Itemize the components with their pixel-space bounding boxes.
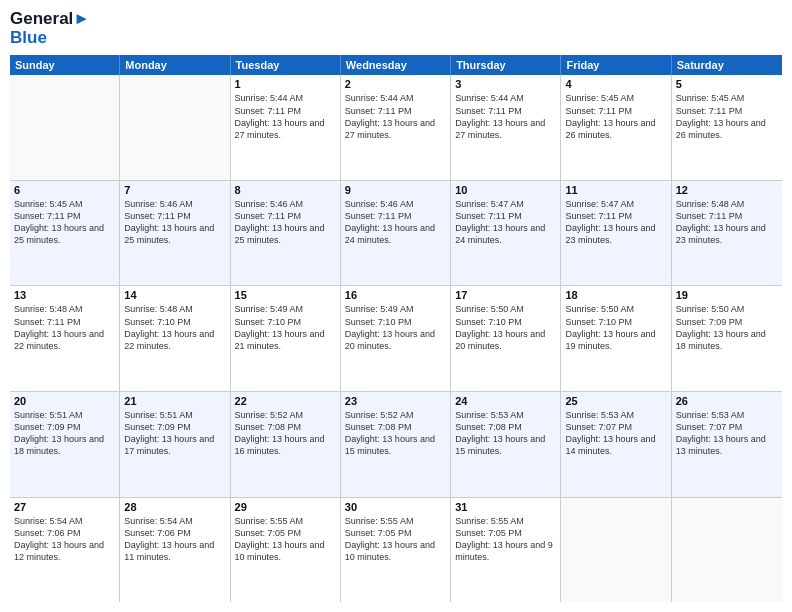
cell-details: Sunrise: 5:53 AMSunset: 7:07 PMDaylight:… <box>565 409 666 458</box>
calendar-cell-1-4: 2Sunrise: 5:44 AMSunset: 7:11 PMDaylight… <box>341 75 451 180</box>
day-number: 29 <box>235 501 336 513</box>
page: General► Blue SundayMondayTuesdayWednesd… <box>0 0 792 612</box>
cell-details: Sunrise: 5:49 AMSunset: 7:10 PMDaylight:… <box>235 303 336 352</box>
calendar-row-3: 13Sunrise: 5:48 AMSunset: 7:11 PMDayligh… <box>10 286 782 392</box>
day-number: 31 <box>455 501 556 513</box>
cell-details: Sunrise: 5:50 AMSunset: 7:10 PMDaylight:… <box>565 303 666 352</box>
logo-text: General► <box>10 10 90 29</box>
calendar-cell-4-2: 21Sunrise: 5:51 AMSunset: 7:09 PMDayligh… <box>120 392 230 497</box>
day-number: 20 <box>14 395 115 407</box>
cell-details: Sunrise: 5:46 AMSunset: 7:11 PMDaylight:… <box>124 198 225 247</box>
day-number: 16 <box>345 289 446 301</box>
cell-details: Sunrise: 5:46 AMSunset: 7:11 PMDaylight:… <box>345 198 446 247</box>
day-number: 1 <box>235 78 336 90</box>
calendar-cell-3-1: 13Sunrise: 5:48 AMSunset: 7:11 PMDayligh… <box>10 286 120 391</box>
weekday-header-thursday: Thursday <box>451 55 561 75</box>
calendar-cell-3-2: 14Sunrise: 5:48 AMSunset: 7:10 PMDayligh… <box>120 286 230 391</box>
cell-details: Sunrise: 5:55 AMSunset: 7:05 PMDaylight:… <box>345 515 446 564</box>
header: General► Blue <box>10 10 782 47</box>
calendar-cell-5-6 <box>561 498 671 603</box>
cell-details: Sunrise: 5:44 AMSunset: 7:11 PMDaylight:… <box>455 92 556 141</box>
cell-details: Sunrise: 5:45 AMSunset: 7:11 PMDaylight:… <box>676 92 778 141</box>
logo: General► Blue <box>10 10 90 47</box>
calendar-row-1: 1Sunrise: 5:44 AMSunset: 7:11 PMDaylight… <box>10 75 782 181</box>
calendar-header: SundayMondayTuesdayWednesdayThursdayFrid… <box>10 55 782 75</box>
calendar-cell-1-3: 1Sunrise: 5:44 AMSunset: 7:11 PMDaylight… <box>231 75 341 180</box>
day-number: 30 <box>345 501 446 513</box>
day-number: 8 <box>235 184 336 196</box>
cell-details: Sunrise: 5:50 AMSunset: 7:10 PMDaylight:… <box>455 303 556 352</box>
calendar-cell-2-6: 11Sunrise: 5:47 AMSunset: 7:11 PMDayligh… <box>561 181 671 286</box>
calendar-cell-2-4: 9Sunrise: 5:46 AMSunset: 7:11 PMDaylight… <box>341 181 451 286</box>
cell-details: Sunrise: 5:48 AMSunset: 7:10 PMDaylight:… <box>124 303 225 352</box>
day-number: 5 <box>676 78 778 90</box>
cell-details: Sunrise: 5:55 AMSunset: 7:05 PMDaylight:… <box>235 515 336 564</box>
calendar-cell-4-4: 23Sunrise: 5:52 AMSunset: 7:08 PMDayligh… <box>341 392 451 497</box>
day-number: 15 <box>235 289 336 301</box>
cell-details: Sunrise: 5:51 AMSunset: 7:09 PMDaylight:… <box>124 409 225 458</box>
day-number: 17 <box>455 289 556 301</box>
calendar-body: 1Sunrise: 5:44 AMSunset: 7:11 PMDaylight… <box>10 75 782 602</box>
calendar-cell-1-6: 4Sunrise: 5:45 AMSunset: 7:11 PMDaylight… <box>561 75 671 180</box>
logo-blue: Blue <box>10 29 90 48</box>
calendar-cell-2-3: 8Sunrise: 5:46 AMSunset: 7:11 PMDaylight… <box>231 181 341 286</box>
day-number: 7 <box>124 184 225 196</box>
cell-details: Sunrise: 5:46 AMSunset: 7:11 PMDaylight:… <box>235 198 336 247</box>
cell-details: Sunrise: 5:47 AMSunset: 7:11 PMDaylight:… <box>565 198 666 247</box>
weekday-header-monday: Monday <box>120 55 230 75</box>
calendar-cell-2-1: 6Sunrise: 5:45 AMSunset: 7:11 PMDaylight… <box>10 181 120 286</box>
day-number: 4 <box>565 78 666 90</box>
calendar-cell-5-1: 27Sunrise: 5:54 AMSunset: 7:06 PMDayligh… <box>10 498 120 603</box>
day-number: 28 <box>124 501 225 513</box>
calendar-cell-5-5: 31Sunrise: 5:55 AMSunset: 7:05 PMDayligh… <box>451 498 561 603</box>
calendar-row-5: 27Sunrise: 5:54 AMSunset: 7:06 PMDayligh… <box>10 498 782 603</box>
calendar-cell-4-7: 26Sunrise: 5:53 AMSunset: 7:07 PMDayligh… <box>672 392 782 497</box>
calendar-cell-3-7: 19Sunrise: 5:50 AMSunset: 7:09 PMDayligh… <box>672 286 782 391</box>
calendar-cell-1-1 <box>10 75 120 180</box>
calendar-cell-2-5: 10Sunrise: 5:47 AMSunset: 7:11 PMDayligh… <box>451 181 561 286</box>
cell-details: Sunrise: 5:52 AMSunset: 7:08 PMDaylight:… <box>235 409 336 458</box>
calendar-cell-1-5: 3Sunrise: 5:44 AMSunset: 7:11 PMDaylight… <box>451 75 561 180</box>
cell-details: Sunrise: 5:45 AMSunset: 7:11 PMDaylight:… <box>14 198 115 247</box>
calendar-cell-1-2 <box>120 75 230 180</box>
cell-details: Sunrise: 5:55 AMSunset: 7:05 PMDaylight:… <box>455 515 556 564</box>
day-number: 24 <box>455 395 556 407</box>
calendar-cell-4-3: 22Sunrise: 5:52 AMSunset: 7:08 PMDayligh… <box>231 392 341 497</box>
calendar-cell-3-6: 18Sunrise: 5:50 AMSunset: 7:10 PMDayligh… <box>561 286 671 391</box>
calendar-cell-4-5: 24Sunrise: 5:53 AMSunset: 7:08 PMDayligh… <box>451 392 561 497</box>
calendar-cell-5-7 <box>672 498 782 603</box>
calendar-cell-2-7: 12Sunrise: 5:48 AMSunset: 7:11 PMDayligh… <box>672 181 782 286</box>
weekday-header-sunday: Sunday <box>10 55 120 75</box>
weekday-header-saturday: Saturday <box>672 55 782 75</box>
day-number: 27 <box>14 501 115 513</box>
cell-details: Sunrise: 5:44 AMSunset: 7:11 PMDaylight:… <box>345 92 446 141</box>
weekday-header-friday: Friday <box>561 55 671 75</box>
calendar-cell-1-7: 5Sunrise: 5:45 AMSunset: 7:11 PMDaylight… <box>672 75 782 180</box>
cell-details: Sunrise: 5:49 AMSunset: 7:10 PMDaylight:… <box>345 303 446 352</box>
cell-details: Sunrise: 5:45 AMSunset: 7:11 PMDaylight:… <box>565 92 666 141</box>
day-number: 19 <box>676 289 778 301</box>
day-number: 21 <box>124 395 225 407</box>
cell-details: Sunrise: 5:53 AMSunset: 7:08 PMDaylight:… <box>455 409 556 458</box>
weekday-header-wednesday: Wednesday <box>341 55 451 75</box>
day-number: 26 <box>676 395 778 407</box>
calendar-row-2: 6Sunrise: 5:45 AMSunset: 7:11 PMDaylight… <box>10 181 782 287</box>
day-number: 25 <box>565 395 666 407</box>
day-number: 10 <box>455 184 556 196</box>
calendar-cell-3-5: 17Sunrise: 5:50 AMSunset: 7:10 PMDayligh… <box>451 286 561 391</box>
day-number: 14 <box>124 289 225 301</box>
day-number: 2 <box>345 78 446 90</box>
calendar-cell-3-3: 15Sunrise: 5:49 AMSunset: 7:10 PMDayligh… <box>231 286 341 391</box>
cell-details: Sunrise: 5:48 AMSunset: 7:11 PMDaylight:… <box>14 303 115 352</box>
calendar-cell-4-6: 25Sunrise: 5:53 AMSunset: 7:07 PMDayligh… <box>561 392 671 497</box>
cell-details: Sunrise: 5:54 AMSunset: 7:06 PMDaylight:… <box>124 515 225 564</box>
day-number: 13 <box>14 289 115 301</box>
weekday-header-tuesday: Tuesday <box>231 55 341 75</box>
day-number: 3 <box>455 78 556 90</box>
cell-details: Sunrise: 5:53 AMSunset: 7:07 PMDaylight:… <box>676 409 778 458</box>
cell-details: Sunrise: 5:52 AMSunset: 7:08 PMDaylight:… <box>345 409 446 458</box>
calendar-cell-2-2: 7Sunrise: 5:46 AMSunset: 7:11 PMDaylight… <box>120 181 230 286</box>
day-number: 18 <box>565 289 666 301</box>
day-number: 12 <box>676 184 778 196</box>
calendar-cell-5-2: 28Sunrise: 5:54 AMSunset: 7:06 PMDayligh… <box>120 498 230 603</box>
